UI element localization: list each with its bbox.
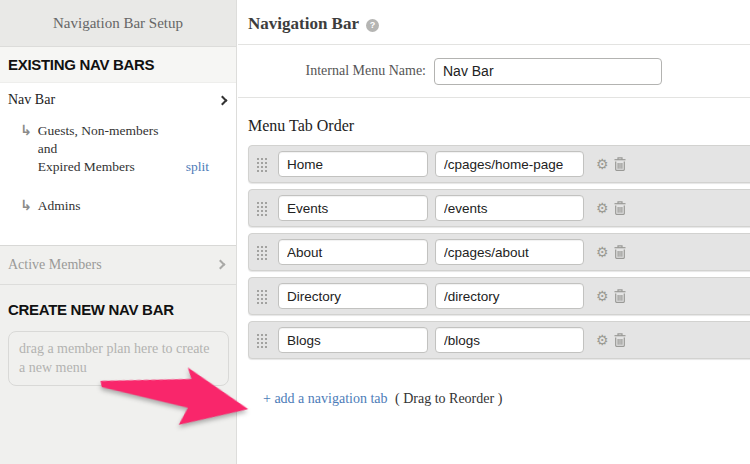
chevron-right-icon: [218, 95, 228, 105]
sidebar-title: Navigation Bar Setup: [0, 0, 236, 47]
guests-label-line1: Guests, Non-members and: [38, 123, 159, 156]
internal-menu-name-input[interactable]: [434, 58, 662, 85]
internal-name-row: Internal Menu Name:: [248, 45, 750, 97]
sidebar-item-nav-bar[interactable]: Nav Bar: [0, 83, 236, 116]
tab-settings-button[interactable]: ⚙: [594, 155, 611, 173]
gear-icon: ⚙: [596, 333, 609, 347]
guests-label-line2: Expired Members: [38, 159, 135, 174]
tab-settings-button[interactable]: ⚙: [594, 199, 611, 217]
create-new-nav-bar-heading-text: CREATE NEW NAV BAR: [8, 301, 174, 318]
drag-handle-icon[interactable]: [256, 332, 269, 348]
tab-url-input[interactable]: [435, 195, 584, 221]
drag-handle-icon[interactable]: [256, 288, 269, 304]
gear-icon: ⚙: [596, 157, 609, 171]
menu-tab-order-heading: Menu Tab Order: [248, 117, 750, 135]
trash-icon: [613, 156, 627, 172]
tab-delete-button[interactable]: [611, 154, 629, 174]
tab-delete-button[interactable]: [611, 286, 629, 306]
main-content: Navigation Bar ? Internal Menu Name: Men…: [238, 0, 750, 464]
drag-handle-icon[interactable]: [256, 156, 269, 172]
menu-tab-row[interactable]: ⚙: [248, 233, 750, 271]
admins-item-label: Admins: [38, 197, 81, 215]
tab-delete-button[interactable]: [611, 198, 629, 218]
tab-url-input[interactable]: [435, 239, 584, 265]
menu-tab-row[interactable]: ⚙: [248, 145, 750, 183]
gear-icon: ⚙: [596, 289, 609, 303]
menu-tab-row[interactable]: ⚙: [248, 277, 750, 315]
existing-nav-bars-heading: EXISTING NAV BARS: [0, 47, 236, 83]
drop-zone-placeholder: drag a member plan here to create a new …: [19, 341, 209, 376]
branch-arrow-icon: ↳: [20, 197, 32, 214]
sidebar-item-admins[interactable]: ↳ Admins: [20, 197, 228, 215]
tab-label-input[interactable]: [278, 195, 428, 221]
add-navigation-tab-link[interactable]: + add a navigation tab: [263, 391, 388, 406]
sidebar-title-text: Navigation Bar Setup: [53, 15, 183, 32]
sidebar-lower-panel: Active Members CREATE NEW NAV BAR drag a…: [0, 245, 236, 464]
page-title: Navigation Bar: [248, 14, 359, 34]
nav-bar-sub-items: ↳ Guests, Non-members and Expired Member…: [0, 116, 236, 235]
tab-url-input[interactable]: [435, 327, 584, 353]
tab-label-input[interactable]: [278, 283, 428, 309]
sidebar-item-active-members[interactable]: Active Members: [0, 246, 236, 285]
nav-bar-setup-app: Navigation Bar Setup EXISTING NAV BARS N…: [0, 0, 750, 464]
guests-item-label: Guests, Non-members and Expired Members: [38, 122, 168, 177]
branch-arrow-icon: ↳: [20, 122, 32, 139]
menu-tab-list: ⚙ ⚙: [248, 145, 750, 359]
divider: [238, 97, 750, 98]
drag-handle-icon[interactable]: [256, 200, 269, 216]
help-icon[interactable]: ?: [366, 19, 379, 32]
drag-to-reorder-hint: ( Drag to Reorder ): [395, 391, 502, 406]
trash-icon: [613, 288, 627, 304]
tab-delete-button[interactable]: [611, 330, 629, 350]
member-plan-drop-zone[interactable]: drag a member plan here to create a new …: [8, 331, 229, 386]
tab-label-input[interactable]: [278, 239, 428, 265]
tab-delete-button[interactable]: [611, 242, 629, 262]
split-link[interactable]: split: [186, 158, 209, 176]
tab-settings-button[interactable]: ⚙: [594, 287, 611, 305]
tab-settings-button[interactable]: ⚙: [594, 331, 611, 349]
menu-tab-row[interactable]: ⚙: [248, 189, 750, 227]
active-members-label: Active Members: [8, 257, 102, 273]
internal-menu-name-label: Internal Menu Name:: [248, 63, 426, 79]
sidebar: Navigation Bar Setup EXISTING NAV BARS N…: [0, 0, 237, 464]
create-new-nav-bar-heading: CREATE NEW NAV BAR: [0, 285, 236, 329]
chevron-right-icon: [216, 260, 226, 270]
add-tab-row: + add a navigation tab ( Drag to Reorder…: [248, 391, 750, 407]
trash-icon: [613, 200, 627, 216]
trash-icon: [613, 332, 627, 348]
gear-icon: ⚙: [596, 201, 609, 215]
nav-bar-item-label: Nav Bar: [8, 92, 55, 108]
existing-nav-bars-heading-text: EXISTING NAV BARS: [8, 56, 154, 73]
tab-url-input[interactable]: [435, 151, 584, 177]
tab-url-input[interactable]: [435, 283, 584, 309]
tab-label-input[interactable]: [278, 151, 428, 177]
drag-handle-icon[interactable]: [256, 244, 269, 260]
menu-tab-row[interactable]: ⚙: [248, 321, 750, 359]
tab-settings-button[interactable]: ⚙: [594, 243, 611, 261]
gear-icon: ⚙: [596, 245, 609, 259]
trash-icon: [613, 244, 627, 260]
page-title-row: Navigation Bar ?: [248, 0, 750, 44]
sidebar-item-guests[interactable]: ↳ Guests, Non-members and Expired Member…: [20, 122, 228, 177]
tab-label-input[interactable]: [278, 327, 428, 353]
